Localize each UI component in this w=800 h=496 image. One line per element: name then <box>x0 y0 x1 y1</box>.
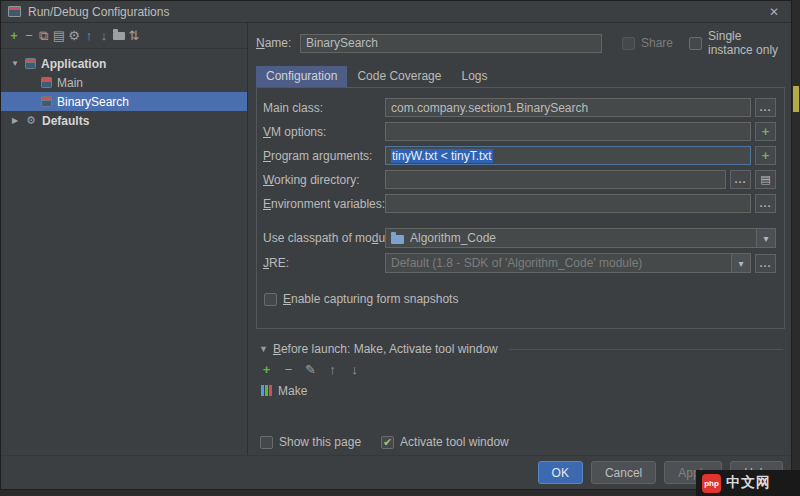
copy-configuration-icon[interactable]: ⧉ <box>37 29 51 42</box>
save-configuration-icon[interactable]: ▤ <box>52 29 66 42</box>
dialog-body: + − ⧉ ▤ ⚙ ↑ ↓ ⇅ ▼ Application Main <box>1 23 791 455</box>
before-launch-move-up-icon[interactable]: ↑ <box>326 363 339 376</box>
move-up-icon[interactable]: ↑ <box>82 29 96 42</box>
ok-button[interactable]: OK <box>538 461 583 484</box>
dialog-titlebar: Run/Debug Configurations ✕ <box>1 1 791 23</box>
configuration-tab-panel: Main class: com.company.section1.BinaryS… <box>256 87 785 329</box>
environment-variables-label: Environment variables: <box>263 197 385 211</box>
working-directory-macro-button[interactable]: ▤ <box>755 170 776 189</box>
main-class-row: Main class: com.company.section1.BinaryS… <box>263 98 776 117</box>
main-class-value: com.company.section1.BinarySearch <box>391 101 588 115</box>
show-this-page-label: Show this page <box>279 435 361 449</box>
before-launch-move-down-icon[interactable]: ↓ <box>348 363 361 376</box>
working-directory-browse-button[interactable]: ... <box>730 170 751 189</box>
vm-options-label: VM options: <box>263 125 385 139</box>
name-row: Name: BinarySearch Share Single instance… <box>256 29 785 57</box>
program-arguments-row: Program arguments: tinyW.txt < tinyT.txt… <box>263 146 776 165</box>
capture-snapshots-label: Enable capturing form snapshots <box>283 292 458 306</box>
separator-line <box>509 349 783 350</box>
working-directory-label: Working directory: <box>263 173 385 187</box>
tree-item-label: Application <box>41 57 106 71</box>
main-class-browse-button[interactable]: ... <box>755 98 776 117</box>
make-icon <box>261 385 272 396</box>
activate-tool-window-checkbox-box: ✔ <box>381 436 394 449</box>
capture-snapshots-checkbox[interactable]: Enable capturing form snapshots <box>264 292 458 306</box>
document-icon: ▤ <box>760 174 770 185</box>
expand-icon[interactable]: ▶ <box>10 116 20 125</box>
chevron-down-icon[interactable]: ▾ <box>731 254 750 272</box>
environment-variables-row: Environment variables: ... <box>263 194 776 213</box>
module-row: Use classpath of module: Algorithm_Code … <box>263 228 776 248</box>
before-launch-collapse-icon[interactable]: ▼ <box>259 344 268 354</box>
tree-item-application[interactable]: ▼ Application <box>1 54 247 73</box>
remove-configuration-icon[interactable]: − <box>22 29 36 42</box>
jre-combobox[interactable]: Default (1.8 - SDK of 'Algorithm_Code' m… <box>385 253 751 273</box>
application-type-icon <box>25 58 36 69</box>
show-this-page-checkbox[interactable]: Show this page <box>260 435 361 449</box>
cancel-button[interactable]: Cancel <box>591 461 656 484</box>
share-checkbox-box <box>622 37 635 50</box>
dialog-button-bar: OK Cancel Apply Help <box>1 455 791 489</box>
application-config-icon <box>41 96 52 107</box>
chevron-down-icon[interactable]: ▾ <box>756 229 775 247</box>
activate-tool-window-label: Activate tool window <box>400 435 509 449</box>
wrench-icon: ⚙ <box>25 115 37 126</box>
configurations-tree: ▼ Application Main BinarySearch ▶ ⚙ Defa… <box>1 49 247 455</box>
dialog-window-icon <box>8 6 21 17</box>
tab-configuration[interactable]: Configuration <box>256 66 347 87</box>
jre-browse-button[interactable]: ... <box>755 254 776 273</box>
application-config-icon <box>41 77 52 88</box>
collapse-icon[interactable]: ▼ <box>10 59 20 68</box>
tree-item-label: BinarySearch <box>57 95 129 109</box>
before-launch-toolbar: + − ✎ ↑ ↓ <box>256 357 785 379</box>
before-launch-add-icon[interactable]: + <box>260 363 273 376</box>
before-launch-edit-icon[interactable]: ✎ <box>304 363 317 376</box>
add-configuration-icon[interactable]: + <box>7 29 21 42</box>
sort-configurations-icon[interactable]: ⇅ <box>127 29 141 42</box>
before-launch-item-make[interactable]: Make <box>259 381 785 400</box>
php-cn-logo-icon: php <box>702 474 721 493</box>
show-this-page-checkbox-box <box>260 436 273 449</box>
php-cn-watermark: php 中文网 <box>696 470 800 496</box>
name-label: Name: <box>256 36 300 50</box>
environment-variables-browse-button[interactable]: ... <box>755 194 776 213</box>
dialog-title: Run/Debug Configurations <box>28 5 169 19</box>
main-class-input[interactable]: com.company.section1.BinarySearch <box>385 98 751 117</box>
program-arguments-label: Program arguments: <box>263 149 385 163</box>
tree-item-binarysearch[interactable]: BinarySearch <box>1 92 247 111</box>
environment-variables-input[interactable] <box>385 194 751 213</box>
vm-options-expand-button[interactable]: + <box>755 122 776 141</box>
program-arguments-expand-button[interactable]: + <box>755 146 776 165</box>
name-input[interactable]: BinarySearch <box>300 34 602 53</box>
program-arguments-value: tinyW.txt < tinyT.txt <box>391 149 493 163</box>
new-folder-icon[interactable] <box>112 29 126 42</box>
share-checkbox[interactable]: Share <box>622 36 673 50</box>
folder-icon <box>113 32 125 40</box>
before-launch-title: Before launch: Make, Activate tool windo… <box>273 342 498 356</box>
activate-tool-window-checkbox[interactable]: ✔ Activate tool window <box>381 435 509 449</box>
tree-item-defaults[interactable]: ▶ ⚙ Defaults <box>1 111 247 130</box>
move-down-icon[interactable]: ↓ <box>97 29 111 42</box>
close-icon[interactable]: ✕ <box>761 5 787 19</box>
single-instance-checkbox-box <box>689 37 702 50</box>
before-launch-remove-icon[interactable]: − <box>282 363 295 376</box>
tab-logs[interactable]: Logs <box>451 66 497 87</box>
single-instance-checkbox[interactable]: Single instance only <box>689 29 785 57</box>
jre-row: JRE: Default (1.8 - SDK of 'Algorithm_Co… <box>263 253 776 273</box>
capture-snapshots-row: Enable capturing form snapshots <box>263 292 776 309</box>
edit-defaults-icon[interactable]: ⚙ <box>67 29 81 42</box>
config-tabs: Configuration Code Coverage Logs <box>256 66 785 87</box>
vm-options-input[interactable] <box>385 122 751 141</box>
share-label: Share <box>641 36 673 50</box>
working-directory-row: Working directory: ... ▤ <box>263 170 776 189</box>
php-cn-watermark-text: 中文网 <box>726 474 771 492</box>
module-combobox[interactable]: Algorithm_Code ▾ <box>385 228 776 248</box>
working-directory-input[interactable] <box>385 170 726 189</box>
make-item-label: Make <box>278 384 307 398</box>
tree-item-main[interactable]: Main <box>1 73 247 92</box>
before-launch-options: Show this page ✔ Activate tool window <box>256 429 785 455</box>
program-arguments-input[interactable]: tinyW.txt < tinyT.txt <box>385 146 751 165</box>
run-debug-configurations-dialog: Run/Debug Configurations ✕ + − ⧉ ▤ ⚙ ↑ ↓… <box>0 0 792 490</box>
jre-label: JRE: <box>263 256 385 270</box>
tab-code-coverage[interactable]: Code Coverage <box>347 66 451 87</box>
